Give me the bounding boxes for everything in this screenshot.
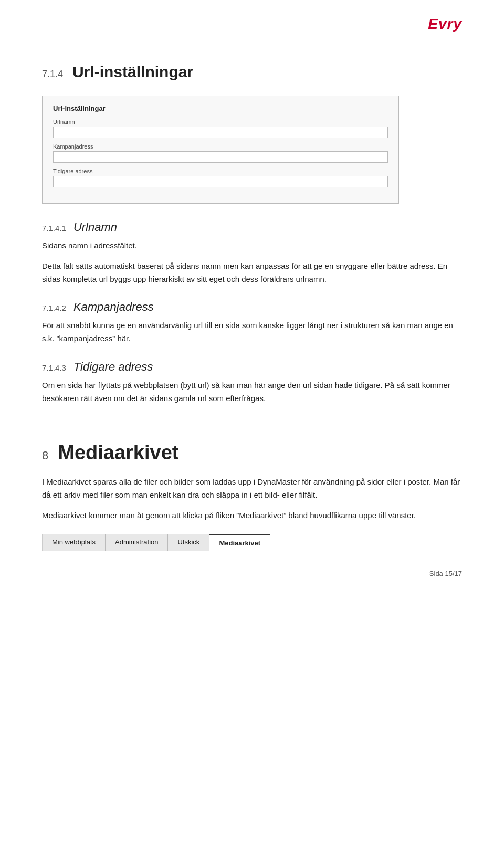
logo: Evry — [428, 16, 462, 33]
section-7142-heading: 7.1.4.2 Kampanjadress — [42, 300, 462, 314]
section-714-heading: 7.1.4 Url-inställningar — [42, 63, 462, 81]
section-8-para1: I Mediaarkivet sparas alla de filer och … — [42, 476, 462, 502]
url-settings-box: Url-inställningar Urlnamn Kampanjadress … — [42, 96, 399, 204]
section-7141-number: 7.1.4.1 — [42, 224, 66, 233]
section-7142-number: 7.1.4.2 — [42, 303, 66, 312]
tab-mediaarkivet[interactable]: Mediaarkivet — [209, 534, 270, 551]
tidigare-adress-input[interactable] — [53, 176, 388, 187]
section-7143-para1: Om en sida har flyttats på webbplatsen (… — [42, 379, 462, 405]
urlnamn-input[interactable] — [53, 127, 388, 138]
kampanjadress-label: Kampanjadress — [53, 143, 388, 150]
page-number: Sida 15/17 — [429, 570, 462, 578]
section-8-para2: Mediaarkivet kommer man åt genom att kli… — [42, 509, 462, 522]
urlnamn-label: Urlnamn — [53, 119, 388, 125]
tidigare-adress-label: Tidigare adress — [53, 168, 388, 174]
logo-text: Evry — [428, 16, 462, 32]
section-7142-para1: För att snabbt kunna ge en användarvänli… — [42, 319, 462, 345]
section-714-number: 7.1.4 — [42, 69, 63, 80]
section-7143-title: Tidigare adress — [74, 360, 153, 374]
tab-min-webbplats[interactable]: Min webbplats — [43, 534, 106, 551]
section-8-number: 8 — [42, 449, 48, 463]
section-7141-para1: Sidans namn i adressfältet. — [42, 239, 462, 253]
main-nav-tabs: Min webbplats Administration Utskick Med… — [42, 534, 270, 551]
section-7142-title: Kampanjadress — [74, 300, 154, 314]
tab-administration[interactable]: Administration — [106, 534, 168, 551]
kampanjadress-field-group: Kampanjadress — [53, 143, 388, 163]
section-7141-title: Urlnamn — [74, 220, 117, 234]
section-8-title: Mediaarkivet — [58, 442, 178, 464]
tab-utskick[interactable]: Utskick — [168, 534, 209, 551]
section-7141-heading: 7.1.4.1 Urlnamn — [42, 220, 462, 234]
page-footer: Sida 15/17 — [429, 570, 462, 578]
url-settings-box-title: Url-inställningar — [53, 104, 388, 112]
section-7141-para2: Detta fält sätts automatiskt baserat på … — [42, 260, 462, 286]
kampanjadress-input[interactable] — [53, 151, 388, 163]
section-714-title: Url-inställningar — [72, 63, 193, 81]
urlnamn-field-group: Urlnamn — [53, 119, 388, 138]
section-8-heading: 8 Mediaarkivet — [42, 442, 462, 464]
section-7143-number: 7.1.4.3 — [42, 363, 66, 372]
tidigare-adress-field-group: Tidigare adress — [53, 168, 388, 187]
section-7143-heading: 7.1.4.3 Tidigare adress — [42, 360, 462, 374]
